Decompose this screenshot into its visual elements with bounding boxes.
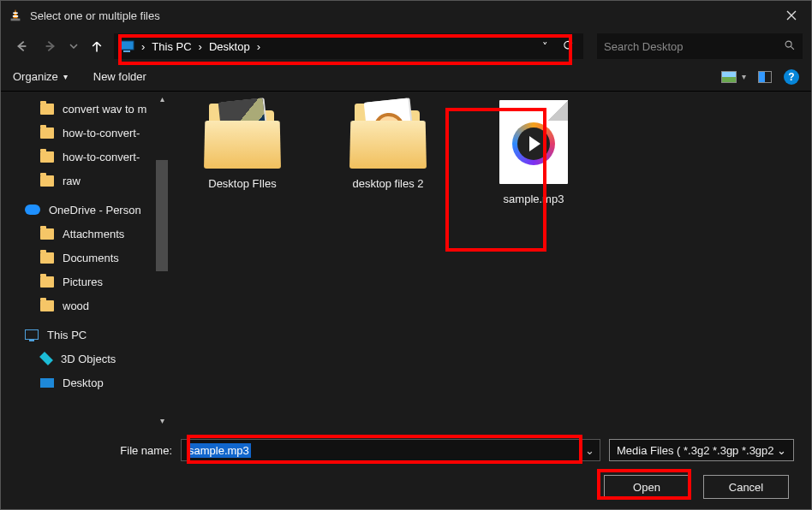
- media-file-icon: [499, 100, 568, 184]
- chevron-down-icon: ▾: [63, 72, 68, 81]
- breadcrumb-thispc[interactable]: This PC: [150, 39, 193, 55]
- breadcrumb-bar[interactable]: › This PC › Desktop › ˅: [114, 33, 583, 59]
- close-button[interactable]: [772, 1, 811, 30]
- chevron-right-icon: ›: [195, 40, 206, 53]
- cube-icon: [39, 352, 53, 365]
- scrollbar-thumb[interactable]: [156, 160, 168, 271]
- file-name-input[interactable]: sample.mp3 ⌄: [181, 439, 600, 461]
- tree-item[interactable]: Desktop: [1, 371, 168, 394]
- file-label: sample.mp3: [504, 193, 564, 205]
- breadcrumb-dropdown[interactable]: ˅: [535, 40, 554, 53]
- tree-label: Attachments: [63, 228, 124, 240]
- folder-icon: [40, 276, 54, 288]
- folder-icon: [204, 100, 281, 169]
- svg-rect-1: [13, 12, 17, 14]
- back-button[interactable]: [9, 34, 33, 58]
- file-name-label: File name:: [18, 444, 172, 457]
- folder-icon: [40, 104, 54, 115]
- search-icon: [780, 39, 796, 54]
- folder-icon: [40, 151, 54, 163]
- forward-button[interactable]: [39, 34, 63, 58]
- chevron-right-icon: ›: [254, 40, 264, 53]
- tree-label: OneDrive - Person: [49, 204, 141, 216]
- tree-onedrive[interactable]: OneDrive - Person: [1, 198, 168, 222]
- file-open-dialog: Select one or multiple files › This PC ›…: [0, 0, 812, 510]
- preview-pane-button[interactable]: ▾: [721, 71, 746, 83]
- play-icon: [529, 136, 540, 151]
- open-button[interactable]: Open: [604, 475, 690, 499]
- tree-item[interactable]: Pictures: [1, 270, 168, 294]
- tree-label: wood: [63, 299, 89, 312]
- tree-label: convert wav to m: [63, 103, 146, 116]
- folder-icon: [40, 228, 54, 240]
- svg-rect-7: [123, 50, 130, 52]
- tree-item[interactable]: Documents: [1, 246, 168, 270]
- folder-icon: [40, 128, 54, 139]
- tree-label: 3D Objects: [61, 353, 116, 365]
- tree-item[interactable]: Attachments: [1, 222, 168, 246]
- search-placeholder: Search Desktop: [604, 40, 780, 53]
- folder-item[interactable]: Desktop FIles: [187, 100, 298, 190]
- tree-label: raw: [63, 175, 81, 187]
- organize-menu[interactable]: Organize ▾: [13, 70, 68, 83]
- folder-item[interactable]: desktop files 2: [332, 100, 444, 190]
- file-name-value: sample.mp3: [187, 443, 251, 458]
- organize-label: Organize: [13, 70, 58, 83]
- folder-icon: [40, 300, 54, 311]
- pc-icon: [117, 39, 136, 54]
- filter-label: Media Files ( *.3g2 *.3gp *.3gp2: [617, 444, 774, 457]
- help-button[interactable]: ?: [784, 69, 799, 85]
- folder-icon: [40, 252, 54, 264]
- file-type-filter[interactable]: Media Files ( *.3g2 *.3gp *.3gp2 ⌄: [609, 439, 794, 461]
- chevron-down-icon: ⌄: [777, 444, 786, 457]
- cloud-icon: [25, 205, 40, 215]
- scroll-down-button[interactable]: ▾: [156, 413, 168, 427]
- file-list[interactable]: Desktop FIles desktop files 2 sample.mp3: [168, 92, 811, 427]
- scroll-up-button[interactable]: ▴: [156, 92, 168, 105]
- cancel-button[interactable]: Cancel: [703, 475, 789, 499]
- breadcrumb-desktop[interactable]: Desktop: [207, 39, 252, 55]
- vlc-icon: [8, 8, 23, 23]
- tree-label: how-to-convert-: [63, 127, 140, 139]
- tree-label: Pictures: [63, 276, 103, 288]
- folder-icon: [40, 175, 54, 187]
- title-bar: Select one or multiple files: [1, 1, 811, 30]
- toolbar: Organize ▾ New folder ▾ ?: [1, 62, 811, 92]
- tree-item[interactable]: raw: [1, 169, 168, 193]
- refresh-button[interactable]: [556, 39, 580, 54]
- recent-dropdown[interactable]: [68, 34, 80, 58]
- folder-icon: [349, 100, 427, 169]
- tree-item[interactable]: wood: [1, 294, 168, 317]
- tree-thispc[interactable]: This PC: [1, 323, 168, 347]
- tree-label: how-to-convert-: [63, 151, 140, 163]
- tree-label: This PC: [47, 329, 87, 341]
- window-title: Select one or multiple files: [30, 9, 772, 22]
- tree-item[interactable]: convert wav to m: [1, 97, 168, 121]
- chevron-down-icon: ▾: [742, 72, 746, 81]
- search-input[interactable]: Search Desktop: [597, 33, 803, 59]
- file-label: desktop files 2: [352, 177, 423, 190]
- tree-item[interactable]: 3D Objects: [1, 347, 168, 371]
- dialog-body: convert wav to m how-to-convert- how-to-…: [1, 92, 811, 427]
- new-folder-button[interactable]: New folder: [93, 70, 146, 83]
- svg-point-8: [785, 41, 791, 47]
- nav-row: › This PC › Desktop › ˅ Search Desktop: [1, 30, 811, 62]
- dialog-footer: File name: sample.mp3 ⌄ Media Files ( *.…: [1, 427, 811, 509]
- tree-item[interactable]: how-to-convert-: [1, 121, 168, 145]
- file-item-selected[interactable]: sample.mp3: [478, 100, 589, 205]
- svg-rect-2: [13, 15, 18, 17]
- pc-icon: [25, 329, 39, 340]
- tree-item[interactable]: how-to-convert-: [1, 145, 168, 169]
- view-icons: ▾ ?: [721, 69, 799, 85]
- desktop-icon: [40, 378, 54, 388]
- nav-tree: convert wav to m how-to-convert- how-to-…: [1, 92, 168, 427]
- chevron-right-icon: ›: [138, 40, 148, 53]
- tree-label: Desktop: [63, 377, 104, 389]
- svg-rect-3: [11, 19, 21, 21]
- up-button[interactable]: [85, 34, 109, 58]
- svg-line-9: [791, 46, 794, 50]
- preview-pane-icon: [721, 71, 737, 83]
- details-pane-button[interactable]: [758, 71, 772, 83]
- tree-label: Documents: [63, 252, 119, 264]
- chevron-down-icon[interactable]: ⌄: [585, 444, 594, 457]
